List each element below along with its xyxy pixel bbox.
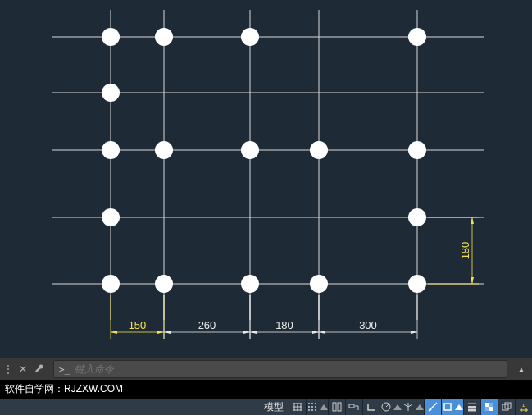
svg-point-23 xyxy=(155,275,173,293)
svg-point-19 xyxy=(408,141,426,159)
footer-bar: 软件自学网：RJZXW.COM xyxy=(0,380,532,399)
svg-point-53 xyxy=(308,403,310,404)
svg-line-71 xyxy=(404,404,408,407)
svg-line-68 xyxy=(386,404,389,407)
svg-rect-63 xyxy=(338,403,341,411)
svg-point-24 xyxy=(241,275,259,293)
svg-point-58 xyxy=(315,406,316,408)
svg-point-13 xyxy=(408,28,426,46)
drawing-canvas[interactable]: 150260180300180 xyxy=(0,0,532,358)
svg-text:260: 260 xyxy=(198,319,216,331)
object-snap-tracking-icon[interactable] xyxy=(424,399,441,415)
svg-point-54 xyxy=(311,403,313,404)
svg-point-26 xyxy=(408,275,426,293)
svg-rect-62 xyxy=(333,403,336,411)
prompt-icon: >_ xyxy=(54,364,75,375)
transparency-icon[interactable] xyxy=(480,399,498,415)
drawing-svg: 150260180300180 xyxy=(0,0,532,358)
svg-point-17 xyxy=(241,141,259,159)
svg-point-10 xyxy=(102,28,120,46)
svg-point-73 xyxy=(430,408,432,411)
svg-point-55 xyxy=(315,403,316,404)
svg-point-59 xyxy=(308,409,310,411)
customize-icon[interactable] xyxy=(29,363,50,375)
svg-point-57 xyxy=(311,406,313,408)
watermark-text: 软件自学网：RJZXW.COM xyxy=(5,382,123,396)
grid-display-icon[interactable] xyxy=(289,399,306,415)
svg-point-12 xyxy=(241,28,259,46)
command-input-wrap[interactable]: >_ xyxy=(53,360,507,378)
svg-rect-80 xyxy=(489,407,493,411)
svg-rect-74 xyxy=(444,404,451,410)
selection-cycling-icon[interactable] xyxy=(498,399,515,415)
ortho-mode-icon[interactable] xyxy=(362,399,380,415)
svg-point-60 xyxy=(311,409,313,411)
status-bar: 模型 1 xyxy=(0,399,532,415)
dynamic-input-icon[interactable] xyxy=(345,399,362,415)
svg-text:1: 1 xyxy=(522,403,525,408)
svg-rect-64 xyxy=(349,404,354,408)
svg-point-18 xyxy=(310,141,328,159)
svg-point-16 xyxy=(155,141,173,159)
svg-line-70 xyxy=(408,404,412,407)
svg-text:150: 150 xyxy=(129,319,147,331)
close-icon[interactable]: ✕ xyxy=(17,363,29,375)
object-snap-icon[interactable] xyxy=(441,399,463,415)
model-tab[interactable]: 模型 xyxy=(259,399,289,415)
svg-point-21 xyxy=(408,208,426,226)
dropdown-icon xyxy=(393,404,402,410)
svg-point-61 xyxy=(315,409,316,411)
dropdown-icon xyxy=(416,404,424,410)
isometric-drafting-icon[interactable] xyxy=(402,399,424,415)
snap-mode-icon[interactable] xyxy=(306,399,328,415)
dropdown-icon xyxy=(320,404,328,410)
infer-constraints-icon[interactable] xyxy=(328,399,345,415)
svg-text:180: 180 xyxy=(459,242,471,260)
svg-rect-79 xyxy=(485,403,489,407)
svg-text:300: 300 xyxy=(359,319,377,331)
polar-tracking-icon[interactable] xyxy=(380,399,402,415)
svg-text:180: 180 xyxy=(275,319,293,331)
svg-point-15 xyxy=(102,141,120,159)
annotation-monitor-icon[interactable]: 1 xyxy=(515,399,532,415)
lineweight-icon[interactable] xyxy=(463,399,480,415)
svg-point-20 xyxy=(102,208,120,226)
svg-point-56 xyxy=(308,406,310,408)
history-up-icon[interactable]: ▲ xyxy=(511,365,532,374)
svg-point-14 xyxy=(102,84,120,102)
svg-point-25 xyxy=(310,275,328,293)
command-input[interactable] xyxy=(75,363,507,375)
command-bar: ⋮ ✕ >_ ▲ xyxy=(0,358,532,380)
drag-handle-icon[interactable]: ⋮ xyxy=(0,363,17,375)
svg-point-11 xyxy=(155,28,173,46)
svg-point-22 xyxy=(102,275,120,293)
dropdown-icon xyxy=(455,404,463,410)
